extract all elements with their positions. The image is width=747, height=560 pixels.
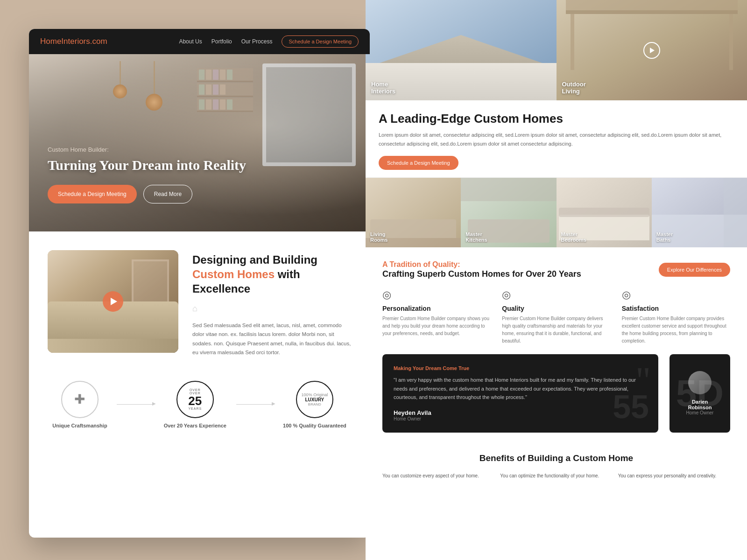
tradition-text: A Tradition of Quality: Crafting Superb … xyxy=(382,260,649,280)
logo-text: Home xyxy=(40,37,61,46)
hero-read-more-button[interactable]: Read More xyxy=(143,185,192,203)
grid-label-kitchens: MasterKitchens xyxy=(465,231,487,243)
nav-cta-button[interactable]: Schedule a Design Meeting xyxy=(282,35,359,48)
right-brand-body: Lorem ipsum dolor sit amet, consectetur … xyxy=(379,131,734,148)
satisfaction-body: Premier Custom Home Builder company prov… xyxy=(622,315,730,345)
right-brand-cta[interactable]: Schedule a Design Meeting xyxy=(379,156,458,170)
hero-schedule-button[interactable]: Schedule a Design Meeting xyxy=(48,185,137,203)
hero-content: Custom Home Builder: Turning Your Dream … xyxy=(48,146,246,203)
right-brand-title: A Leading-Edge Custom Homes xyxy=(379,112,734,126)
benefits-section: Benefits of Building a Custom Home 01 Yo… xyxy=(366,442,747,485)
design-text: Designing and Building Custom Homes with… xyxy=(192,250,351,357)
testimonial-card-1: " Making Your Dream Come True "I am very… xyxy=(382,354,658,433)
benefit-caption-3: You can express your personality and cre… xyxy=(618,473,730,479)
hero-bookshelf-decoration xyxy=(197,68,253,133)
benefit-col-3: 03 You can express your personality and … xyxy=(618,471,730,479)
right-brand-section: A Leading-Edge Custom Homes Lorem ipsum … xyxy=(366,100,747,177)
feature-personalization: ◎ Personalization Premier Custom Home Bu… xyxy=(382,289,491,345)
personalization-icon: ◎ xyxy=(382,289,491,301)
testimonial-quote: "I am very happy with the custom home th… xyxy=(394,376,647,402)
features-row: ◎ Personalization Premier Custom Home Bu… xyxy=(366,289,747,354)
play-button[interactable] xyxy=(103,291,123,312)
stat-craftsmanship: ✚ Unique Craftsmanship xyxy=(52,381,107,428)
nav-process[interactable]: Our Process xyxy=(241,38,273,45)
satisfaction-title: Satisfaction xyxy=(622,305,730,312)
testimonial-section-title: Making Your Dream Come True xyxy=(394,365,647,371)
stat-quality-label: 100 % Quality Guaranteed xyxy=(283,423,346,428)
stat-experience: OVER 25 YEARS Over 20 Years Experience xyxy=(164,381,226,428)
left-panel: HomeInteriors.com About Us Portfolio Our… xyxy=(29,29,370,538)
grid-master-bedrooms: MasterBedrooms xyxy=(557,178,652,247)
grid-master-kitchens: MasterKitchens xyxy=(461,178,556,247)
logo-accent: Interiors xyxy=(61,37,90,46)
stats-section: ✚ Unique Craftsmanship OVER 25 YEARS Ove… xyxy=(29,371,370,442)
tradition-section: A Tradition of Quality: Crafting Superb … xyxy=(366,247,747,289)
stat-quality-badge: 100% Original LUXURY BRAND xyxy=(296,381,333,418)
navbar: HomeInteriors.com About Us Portfolio Our… xyxy=(29,29,370,54)
nav-about[interactable]: About Us xyxy=(179,38,202,45)
stat-connector-1 xyxy=(117,404,154,405)
benefits-grid-row1: 01 You can customize every aspect of you… xyxy=(382,471,730,479)
small-image-grid: LivingRooms MasterKitchens MasterBedroom… xyxy=(366,177,747,247)
grid-label-outdoor: OutdoorLiving xyxy=(562,81,586,95)
quality-title: Quality xyxy=(502,305,610,312)
nav-links: About Us Portfolio Our Process Schedule … xyxy=(179,35,359,48)
personalization-title: Personalization xyxy=(382,305,491,312)
play-button-outdoor[interactable] xyxy=(643,42,660,59)
stat-craftsmanship-label: Unique Craftsmanship xyxy=(52,423,107,428)
explore-button[interactable]: Explore Our Differences xyxy=(659,263,730,277)
testimonial-role-1: Home Owner xyxy=(394,416,647,421)
benefit-caption-2: You can optimize the functionality of yo… xyxy=(500,473,612,479)
right-panel: HomeInteriors OutdoorLiving A Leading-Ed… xyxy=(366,0,747,560)
feature-satisfaction: ◎ Satisfaction Premier Custom Home Build… xyxy=(622,289,730,345)
testimonial-2-decoration: 5D xyxy=(676,375,724,412)
grid-label-home-interiors: HomeInteriors xyxy=(371,81,395,95)
design-body: Sed Sed malesuada Sed elit amet, lacus, … xyxy=(192,321,351,357)
image-grid-top: HomeInteriors OutdoorLiving xyxy=(366,0,747,100)
grid-label-living: LivingRooms xyxy=(370,231,388,243)
grid-img-home-interiors: HomeInteriors xyxy=(366,0,557,100)
satisfaction-icon: ◎ xyxy=(622,289,730,301)
testimonial-card-2: 5D Darien Robinson Home Owner xyxy=(669,354,730,433)
stat-craftsmanship-icon: ✚ xyxy=(61,381,99,418)
logo[interactable]: HomeInteriors.com xyxy=(40,37,107,46)
tradition-accent: A Tradition of Quality: xyxy=(382,260,649,269)
personalization-body: Premier Custom Home Builder company show… xyxy=(382,315,491,337)
benefit-col-2: 02 You can optimize the functionality of… xyxy=(500,471,612,479)
hero-window-decoration xyxy=(262,63,356,166)
quality-body: Premier Custom Home Builder company deli… xyxy=(502,315,610,345)
stat-connector-2 xyxy=(236,404,274,405)
right-brand-text: A Leading-Edge Custom Homes Lorem ipsum … xyxy=(379,112,734,170)
testimonial-number-decoration: 55 xyxy=(613,391,649,423)
play-icon-outdoor xyxy=(650,48,655,53)
nav-portfolio[interactable]: Portfolio xyxy=(211,38,232,45)
stat-experience-badge: OVER 25 YEARS xyxy=(176,381,214,418)
testimonial-name-1: Heyden Avila xyxy=(394,409,647,416)
hero-section: Custom Home Builder: Turning Your Dream … xyxy=(29,54,370,231)
feature-quality: ◎ Quality Premier Custom Home Builder co… xyxy=(502,289,610,345)
hero-title: Turning Your Dream into Reality xyxy=(48,157,246,174)
tradition-title: Crafting Superb Custom Homes for Over 20… xyxy=(382,269,581,279)
design-section: Designing and Building Custom Homes with… xyxy=(29,231,370,371)
logo-suffix: .com xyxy=(90,37,107,46)
design-title-accent: Custom Homes xyxy=(192,268,275,280)
divider-icon: ⌂ xyxy=(192,304,351,314)
design-title: Designing and Building Custom Homes with… xyxy=(192,252,351,296)
stat-experience-label: Over 20 Years Experience xyxy=(164,423,226,428)
hero-subtitle: Custom Home Builder: xyxy=(48,146,246,153)
quality-icon: ◎ xyxy=(502,289,610,301)
play-icon xyxy=(111,298,117,305)
grid-label-bedrooms: MasterBedrooms xyxy=(561,231,586,243)
benefits-title: Benefits of Building a Custom Home xyxy=(382,453,730,463)
design-title-p1: Designing and Building xyxy=(192,253,317,266)
design-image xyxy=(48,250,178,353)
benefit-col-1: 01 You can customize every aspect of you… xyxy=(382,471,494,479)
benefit-caption-1: You can customize every aspect of your h… xyxy=(382,473,494,479)
grid-living-rooms: LivingRooms xyxy=(366,178,461,247)
grid-label-baths: MasterBaths xyxy=(656,231,673,243)
stat-quality: 100% Original LUXURY BRAND 100 % Quality… xyxy=(283,381,346,428)
hero-buttons: Schedule a Design Meeting Read More xyxy=(48,185,246,203)
grid-img-outdoor: OutdoorLiving xyxy=(557,0,747,100)
grid-master-baths: MasterBaths xyxy=(652,178,747,247)
testimonials-section: " Making Your Dream Come True "I am very… xyxy=(366,354,747,442)
